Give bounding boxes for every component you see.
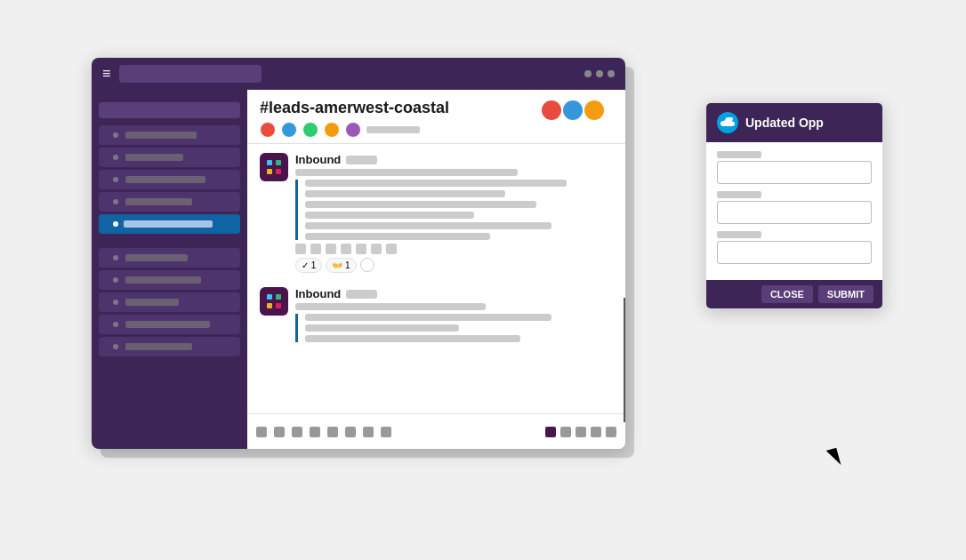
toolbar-right-icon-4[interactable] xyxy=(591,427,601,437)
toolbar-icon-1[interactable] xyxy=(256,427,267,437)
sf-field-label-3 xyxy=(717,231,761,238)
sf-field-input-3[interactable] xyxy=(717,241,872,264)
dot-3 xyxy=(608,70,615,77)
sidebar-item-9[interactable] xyxy=(99,315,240,334)
message-icon-1 xyxy=(260,153,288,181)
sidebar xyxy=(92,90,247,449)
svg-rect-7 xyxy=(276,303,281,308)
q2-line2 xyxy=(305,324,459,332)
svg-rect-0 xyxy=(267,160,272,165)
msg1-line1 xyxy=(295,169,518,176)
action-icon-1[interactable] xyxy=(295,244,306,254)
sidebar-item-label-8 xyxy=(125,299,179,306)
sidebar-item-label-1 xyxy=(125,132,197,139)
toolbar-icon-2[interactable] xyxy=(274,427,285,437)
menu-icon[interactable]: ≡ xyxy=(102,66,110,82)
toolbar-right-icon-5[interactable] xyxy=(606,427,616,437)
toolbar-right-icon-3[interactable] xyxy=(576,427,586,437)
sidebar-dot-7 xyxy=(113,277,118,283)
sidebar-gap xyxy=(92,236,247,245)
sidebar-item-7[interactable] xyxy=(99,270,240,290)
svg-rect-3 xyxy=(276,169,281,174)
sidebar-item-label-5 xyxy=(124,220,213,228)
channel-header-row: #leads-amerwest-coastal xyxy=(260,99,613,122)
header-avatar-3 xyxy=(584,100,604,120)
quoted-block-1 xyxy=(295,180,613,240)
sidebar-item-label-7 xyxy=(125,276,201,284)
meta-avatar-4 xyxy=(324,122,340,138)
message-badge-2 xyxy=(346,290,377,299)
q1-line5 xyxy=(305,222,551,229)
header-avatar-2 xyxy=(563,100,583,120)
toolbar-icon-5[interactable] xyxy=(327,427,338,437)
message-header-2: Inbound xyxy=(295,287,613,300)
message-content-2: Inbound xyxy=(295,287,613,346)
submit-button[interactable]: SUBMIT xyxy=(818,285,873,303)
sidebar-item-6[interactable] xyxy=(99,248,240,268)
message-badge-1 xyxy=(346,156,377,164)
sidebar-item-label-4 xyxy=(125,198,192,205)
reaction-1[interactable]: ✓ 1 xyxy=(295,258,322,273)
sf-field-label-1 xyxy=(717,151,761,158)
q1-line6 xyxy=(305,233,490,240)
channel-meta xyxy=(260,122,613,138)
sidebar-item-1[interactable] xyxy=(99,125,240,145)
action-icon-2[interactable] xyxy=(310,244,321,254)
toolbar-icon-3[interactable] xyxy=(292,427,302,437)
svg-rect-4 xyxy=(267,294,272,300)
q2-line3 xyxy=(305,335,520,342)
sidebar-dot-4 xyxy=(113,199,118,204)
toolbar-icon-6[interactable] xyxy=(345,427,356,437)
action-icon-6[interactable] xyxy=(371,244,382,254)
sf-field-input-2[interactable] xyxy=(717,201,872,224)
msg2-line1 xyxy=(295,303,486,310)
slack-body: #leads-amerwest-coastal xyxy=(92,90,625,449)
q1-line1 xyxy=(305,180,567,187)
sf-modal-header: Updated Opp xyxy=(706,103,882,142)
message-1: Inbound xyxy=(260,153,613,273)
add-reaction[interactable] xyxy=(360,258,374,272)
sf-modal-title: Updated Opp xyxy=(745,116,824,130)
sidebar-item-3[interactable] xyxy=(99,170,240,189)
sf-field-input-1[interactable] xyxy=(717,161,872,184)
q1-line2 xyxy=(305,190,505,197)
sidebar-item-4[interactable] xyxy=(99,192,240,212)
sidebar-item-10[interactable] xyxy=(99,337,240,356)
channel-title: #leads-amerwest-coastal xyxy=(260,99,449,117)
header-avatars xyxy=(542,100,613,120)
toolbar-right-icon-1[interactable] xyxy=(545,427,556,437)
sidebar-search[interactable] xyxy=(99,102,240,118)
sidebar-dot-3 xyxy=(113,177,118,182)
sidebar-dot-10 xyxy=(113,344,118,349)
sidebar-dot-5 xyxy=(113,221,118,227)
sidebar-item-8[interactable] xyxy=(99,292,240,312)
meta-avatar-3 xyxy=(302,122,318,138)
svg-rect-1 xyxy=(276,160,281,165)
reactions-1: ✓ 1 👐 1 xyxy=(295,258,613,273)
message-sender-2: Inbound xyxy=(295,287,341,300)
sf-modal-footer: CLOSE SUBMIT xyxy=(706,280,882,308)
sidebar-item-5-active[interactable] xyxy=(99,214,240,234)
sf-modal-body xyxy=(706,142,882,280)
toolbar-right-icon-2[interactable] xyxy=(560,427,571,437)
sidebar-dot-9 xyxy=(113,322,118,327)
search-bar[interactable] xyxy=(119,65,262,83)
svg-rect-2 xyxy=(267,169,272,174)
toolbar-icon-8[interactable] xyxy=(381,427,391,437)
action-icon-3[interactable] xyxy=(326,244,336,254)
toolbar-icon-4[interactable] xyxy=(310,427,320,437)
action-icon-5[interactable] xyxy=(356,244,366,254)
meta-text xyxy=(366,126,420,133)
quoted-block-2 xyxy=(295,314,613,342)
sidebar-item-2[interactable] xyxy=(99,148,240,167)
reaction-2[interactable]: 👐 1 xyxy=(326,258,356,273)
action-icon-7[interactable] xyxy=(386,244,397,254)
toolbar-icon-7[interactable] xyxy=(363,427,374,437)
close-button[interactable]: CLOSE xyxy=(761,285,813,303)
sidebar-dot-8 xyxy=(113,300,118,305)
toolbar-right xyxy=(545,427,616,437)
message-2: Inbound xyxy=(260,287,613,346)
message-actions-1 xyxy=(295,244,613,254)
action-icon-4[interactable] xyxy=(341,244,351,254)
sf-field-label-2 xyxy=(717,191,761,198)
